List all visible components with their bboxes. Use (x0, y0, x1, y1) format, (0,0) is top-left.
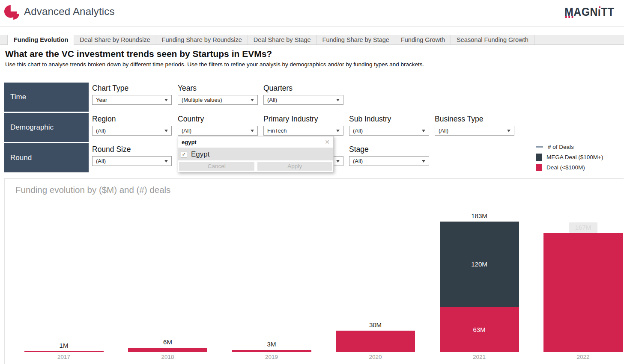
popup-button-row: Cancel Apply (178, 160, 333, 172)
legend-line-swatch-icon (536, 146, 543, 148)
deals-line-series (5, 179, 624, 364)
sheet-tab-bar: Funding EvolutionDeal Share by Roundsize… (0, 35, 624, 45)
bar-total-label: 30M (369, 321, 382, 328)
sidebar-item-demographic[interactable]: Demographic (4, 113, 89, 142)
bar-segment-label: 63M (473, 326, 485, 333)
stage-value: (All) (353, 158, 363, 164)
filter-label-round-size: Round Size (92, 145, 131, 154)
tab-funding-evolution[interactable]: Funding Evolution (8, 35, 74, 45)
legend-label: MEGA Deal ($100M+) (546, 154, 603, 160)
tab-funding-growth[interactable]: Funding Growth (395, 35, 451, 44)
primary-industry-dropdown[interactable]: FinTech (263, 126, 343, 136)
country-option-egypt[interactable]: ✓ Egypt (178, 148, 333, 160)
country-dropdown[interactable]: (All) (178, 126, 258, 136)
chart-legend: # of DealsMEGA Deal ($100M+)Deal (<$100M… (536, 142, 603, 172)
filter-label-chart-type: Chart Type (92, 84, 128, 93)
years-dropdown[interactable]: (Multiple values) (178, 95, 258, 105)
quarters-value: (All) (267, 97, 277, 103)
region-value: (All) (96, 127, 106, 134)
chart-type-value: Year (96, 97, 107, 103)
app-header: Advanced Analytics MAGNıTT (0, 0, 624, 27)
bar-total-label: 6M (163, 338, 172, 346)
x-axis-label: 2017 (57, 354, 70, 360)
x-axis-label: 2019 (265, 354, 278, 360)
bar-deal-2019[interactable] (232, 350, 311, 352)
pie-chart-logo-icon (4, 5, 20, 21)
round-size-dropdown[interactable]: (All) (92, 156, 172, 166)
filter-label-business-type: Business Type (435, 115, 484, 124)
legend-label: Deal (<$100M) (546, 164, 585, 171)
legend-item: MEGA Deal ($100M+) (536, 152, 603, 162)
caret-down-icon (336, 160, 340, 163)
clear-search-icon[interactable]: ✕ (325, 139, 330, 145)
tab-deal-share-by-stage[interactable]: Deal Share by Stage (248, 35, 317, 44)
sidebar-item-round[interactable]: Round (4, 143, 89, 172)
bar-deal-2022[interactable] (543, 233, 623, 352)
country-search-input[interactable]: egypt ✕ (178, 136, 333, 148)
dashboard-question-title: What are the VC investment trends seen b… (5, 49, 272, 59)
chart-plot-area: 1M320176M1020183M17201930M16202063M120M1… (5, 179, 624, 364)
sub-industry-value: (All) (353, 127, 363, 134)
advanced-analytics-dashboard: Advanced Analytics MAGNıTT Funding Evolu… (0, 0, 624, 364)
funding-evolution-chart: Funding evolution by ($M) and (#) deals … (4, 178, 624, 364)
bar-deal-2018[interactable] (128, 348, 207, 352)
chart-type-dropdown[interactable]: Year (92, 95, 172, 105)
x-axis-label: 2020 (369, 354, 382, 360)
tab-seasonal-funding-growth[interactable]: Seasonal Funding Growth (451, 35, 534, 44)
apply-button[interactable]: Apply (257, 162, 333, 171)
filter-label-primary-industry: Primary Industry (263, 115, 318, 124)
caret-down-icon (422, 160, 425, 163)
caret-down-icon (507, 130, 511, 132)
sidebar-item-time[interactable]: Time (4, 83, 89, 112)
quarters-dropdown[interactable]: (All) (263, 95, 343, 105)
cancel-button[interactable]: Cancel (179, 162, 254, 171)
business-type-value: (All) (439, 127, 448, 134)
primary-industry-value: FinTech (267, 127, 287, 134)
caret-down-icon (422, 130, 425, 132)
business-type-dropdown[interactable]: (All) (435, 126, 514, 136)
legend-square-swatch-icon (536, 154, 542, 161)
tab-funding-share-by-roundsize[interactable]: Funding Share by Roundsize (156, 35, 248, 44)
legend-item: Deal (<$100M) (536, 162, 603, 172)
dashboard-question-subtitle: Use this chart to analyse trends broken … (5, 61, 424, 68)
page-title: Advanced Analytics (24, 6, 115, 18)
filter-label-years: Years (178, 84, 197, 93)
redacted-funding-label: 167M (569, 222, 597, 233)
caret-down-icon (336, 130, 340, 132)
caret-down-icon (251, 130, 254, 132)
checkbox-checked-icon[interactable]: ✓ (181, 151, 187, 157)
legend-label: # of Deals (548, 144, 574, 150)
country-value: (All) (182, 127, 191, 134)
caret-down-icon (164, 130, 168, 132)
sub-industry-dropdown[interactable]: (All) (349, 126, 429, 136)
bar-deal-2020[interactable] (336, 331, 415, 352)
caret-down-icon (164, 99, 168, 101)
magnitt-logo: MAGNıTT (565, 6, 615, 19)
bar-deal-2017[interactable] (24, 351, 104, 352)
tab-bar-stub (0, 35, 8, 44)
bar-total-label: 3M (267, 340, 276, 348)
filter-label-stage: Stage (349, 145, 369, 154)
country-option-label: Egypt (191, 150, 209, 159)
filter-label-country: Country (178, 115, 204, 124)
country-filter-popup: egypt ✕ ✓ Egypt Cancel Apply (178, 136, 334, 172)
legend-square-swatch-icon (536, 164, 542, 171)
caret-down-icon (251, 99, 254, 101)
years-value: (Multiple values) (182, 97, 222, 103)
bar-segment-label: 120M (471, 260, 487, 268)
filter-label-region: Region (92, 115, 116, 124)
stage-dropdown[interactable]: (All) (349, 156, 429, 166)
tab-deal-share-by-roundsize[interactable]: Deal Share by Roundsize (74, 35, 156, 44)
caret-down-icon (336, 99, 340, 101)
bar-total-label: 1M (60, 342, 69, 349)
country-search-text: egypt (182, 139, 197, 145)
filter-label-quarters: Quarters (263, 84, 293, 93)
round-size-value: (All) (96, 158, 106, 164)
x-axis-label: 2021 (473, 354, 486, 360)
x-axis-label: 2022 (576, 354, 589, 360)
filter-label-sub-industry: Sub Industry (349, 115, 391, 124)
bar-total-label: 183M (471, 212, 487, 219)
region-dropdown[interactable]: (All) (92, 126, 172, 136)
legend-item: # of Deals (536, 142, 603, 152)
tab-funding-share-by-stage[interactable]: Funding Share by Stage (317, 35, 395, 44)
